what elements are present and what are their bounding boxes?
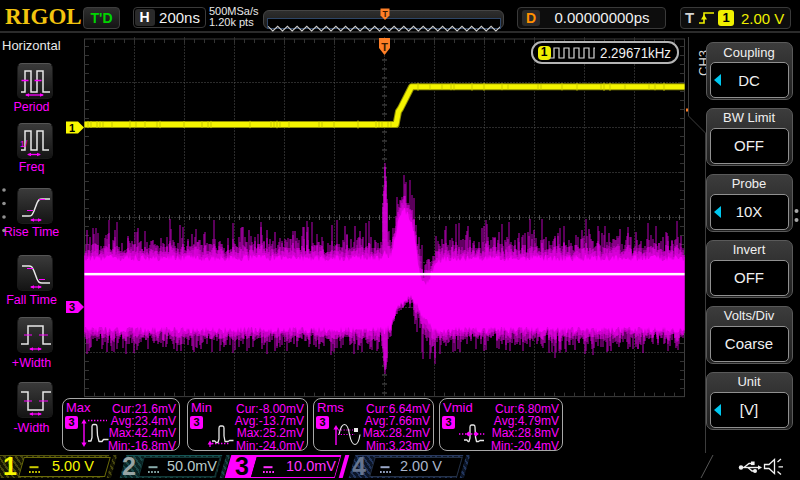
- svg-text:T: T: [382, 8, 388, 18]
- svg-text:T: T: [381, 41, 388, 53]
- svg-text:1: 1: [69, 122, 75, 134]
- svg-text:3: 3: [69, 301, 75, 313]
- svg-text:1/: 1/: [20, 139, 28, 149]
